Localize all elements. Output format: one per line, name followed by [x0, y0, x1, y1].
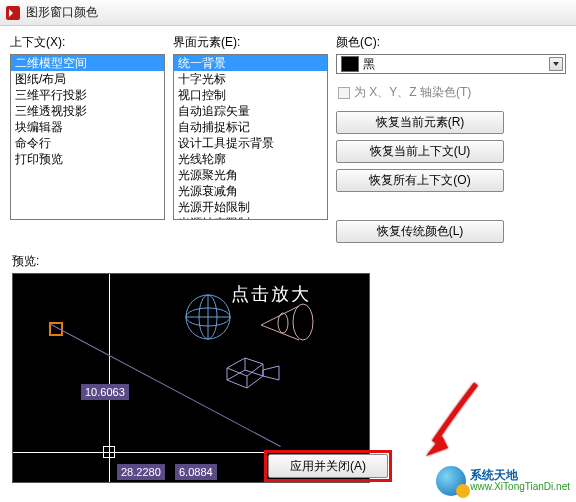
color-label: 颜色(C):	[336, 34, 566, 51]
list-item[interactable]: 块编辑器	[11, 119, 164, 135]
list-item[interactable]: 十字光标	[174, 71, 327, 87]
list-item[interactable]: 光线轮廓	[174, 151, 327, 167]
list-item[interactable]: 打印预览	[11, 151, 164, 167]
dimension-value: 6.0884	[175, 464, 217, 480]
svg-point-8	[278, 313, 288, 333]
annotation-text: 点击放大	[231, 282, 311, 306]
list-item[interactable]: 自动捕捉标记	[174, 119, 327, 135]
dialog-body: 上下文(X): 二维模型空间 图纸/布局 三维平行投影 三维透视投影 块编辑器 …	[0, 26, 576, 249]
list-item[interactable]: 光源结束限制	[174, 215, 327, 220]
list-item[interactable]: 视口控制	[174, 87, 327, 103]
svg-point-5	[293, 304, 313, 340]
list-item[interactable]: 图纸/布局	[11, 71, 164, 87]
globe-wireframe-icon	[183, 292, 233, 342]
axis-tint-row: 为 X、Y、Z 轴染色(T)	[338, 84, 566, 101]
crosshair-horizontal	[13, 452, 369, 453]
globe-icon	[436, 466, 466, 496]
window-title: 图形窗口颜色	[26, 4, 98, 21]
svg-marker-10	[227, 370, 263, 388]
elements-listbox[interactable]: 统一背景 十字光标 视口控制 自动追踪矢量 自动捕捉标记 设计工具提示背景 光线…	[173, 54, 328, 220]
restore-all-contexts-button[interactable]: 恢复所有上下文(O)	[336, 169, 504, 192]
apply-close-button[interactable]: 应用并关闭(A)	[268, 454, 388, 478]
watermark-text: 系统天地 www.XiTongTianDi.net	[470, 469, 570, 493]
list-item[interactable]: 光源衰减角	[174, 183, 327, 199]
context-column: 上下文(X): 二维模型空间 图纸/布局 三维平行投影 三维透视投影 块编辑器 …	[10, 34, 165, 249]
chevron-down-icon[interactable]	[549, 57, 563, 71]
brand-url: www.XiTongTianDi.net	[470, 481, 570, 493]
axis-tint-label: 为 X、Y、Z 轴染色(T)	[354, 84, 471, 101]
color-swatch-icon	[341, 56, 359, 72]
list-item[interactable]: 光源聚光角	[174, 167, 327, 183]
list-item[interactable]: 命令行	[11, 135, 164, 151]
camera-wireframe-icon	[223, 350, 283, 394]
checkbox[interactable]	[338, 87, 350, 99]
restore-legacy-button[interactable]: 恢复传统颜色(L)	[336, 220, 504, 243]
brand-name: 系统天地	[470, 469, 570, 481]
context-listbox[interactable]: 二维模型空间 图纸/布局 三维平行投影 三维透视投影 块编辑器 命令行 打印预览	[10, 54, 165, 220]
color-dropdown[interactable]: 黑	[336, 54, 566, 74]
color-picker-row: 黑	[336, 54, 566, 74]
elements-column: 界面元素(E): 统一背景 十字光标 视口控制 自动追踪矢量 自动捕捉标记 设计…	[173, 34, 328, 249]
crosshair-pickbox	[103, 446, 115, 458]
list-item[interactable]: 三维透视投影	[11, 103, 164, 119]
preview-area[interactable]: 10.6063 28.2280 6.0884 点击放大	[12, 273, 370, 483]
restore-element-button[interactable]: 恢复当前元素(R)	[336, 111, 504, 134]
app-icon	[6, 6, 20, 20]
list-item[interactable]: 二维模型空间	[11, 55, 164, 71]
restore-context-button[interactable]: 恢复当前上下文(U)	[336, 140, 504, 163]
cone-wireframe-icon	[259, 302, 315, 348]
preview-label: 预览:	[12, 253, 576, 270]
list-item[interactable]: 三维平行投影	[11, 87, 164, 103]
title-bar: 图形窗口颜色	[0, 0, 576, 26]
list-item[interactable]: 统一背景	[174, 55, 327, 71]
dimension-value: 28.2280	[117, 464, 165, 480]
list-item[interactable]: 设计工具提示背景	[174, 135, 327, 151]
right-column: 颜色(C): 黑 为 X、Y、Z 轴染色(T) 恢复当前元素(R) 恢复当前上下…	[336, 34, 566, 249]
svg-marker-15	[263, 366, 279, 380]
elements-label: 界面元素(E):	[173, 34, 328, 51]
watermark-logo: 系统天地 www.XiTongTianDi.net	[436, 466, 570, 496]
list-item[interactable]: 自动追踪矢量	[174, 103, 327, 119]
color-name: 黑	[363, 56, 375, 73]
list-item[interactable]: 光源开始限制	[174, 199, 327, 215]
context-label: 上下文(X):	[10, 34, 165, 51]
callout-arrow-icon	[426, 380, 486, 463]
dimension-value: 10.6063	[81, 384, 129, 400]
